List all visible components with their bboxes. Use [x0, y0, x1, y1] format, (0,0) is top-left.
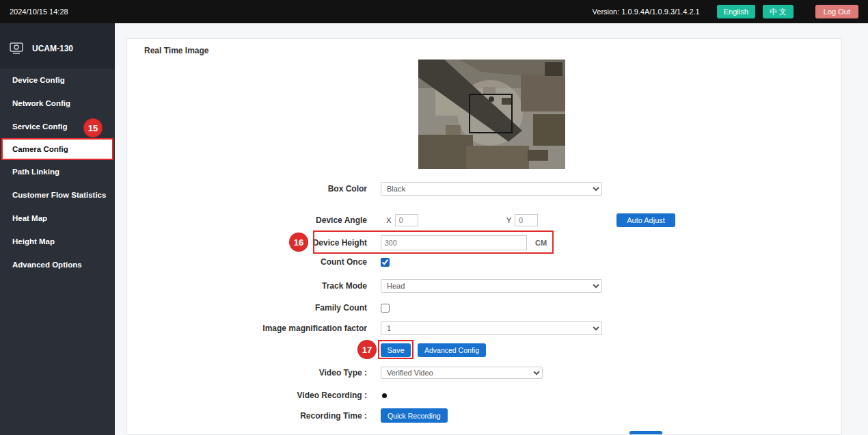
- device-height-label: Device Height: [141, 238, 367, 248]
- track-mode-label: Track Mode: [141, 281, 367, 291]
- sidebar-menu: Device Config Network Config Service Con…: [0, 68, 115, 276]
- camera-preview-image: [418, 60, 565, 169]
- family-count-row: Family Count: [141, 302, 390, 313]
- webcam-icon: [10, 42, 26, 54]
- family-count-checkbox[interactable]: [381, 304, 390, 313]
- page-title: Real Time Image: [144, 46, 209, 55]
- device-header: UCAM-130: [0, 23, 115, 68]
- count-once-checkbox[interactable]: [381, 258, 390, 267]
- recording-time-label: Recording Time :: [141, 411, 367, 421]
- save-button[interactable]: Save: [381, 343, 411, 357]
- detection-box: [469, 94, 513, 133]
- sidebar-item-height-map[interactable]: Height Map: [0, 230, 115, 253]
- video-type-label: Video Type :: [141, 368, 367, 378]
- angle-x-input[interactable]: [395, 214, 418, 226]
- device-name: UCAM-130: [32, 44, 73, 53]
- angle-y-input[interactable]: [515, 214, 538, 226]
- track-mode-row: Track Mode Head: [141, 279, 602, 293]
- chinese-language-button[interactable]: 中 文: [763, 5, 794, 18]
- video-type-select[interactable]: Verified Video: [381, 367, 543, 379]
- count-once-label: Count Once: [141, 257, 367, 267]
- sidebar-item-heat-map[interactable]: Heat Map: [0, 207, 115, 230]
- recording-status-dot: [382, 393, 387, 398]
- count-once-row: Count Once: [141, 256, 390, 267]
- topbar-right: Version: 1.0.9.4A/1.0.9.3/1.4.2.1 Englis…: [593, 5, 858, 18]
- sidebar-item-service-config[interactable]: Service Config: [0, 115, 115, 138]
- device-height-input[interactable]: [381, 235, 527, 250]
- english-language-button[interactable]: English: [717, 5, 755, 18]
- angle-y-label: Y: [506, 216, 512, 224]
- angle-x-label: X: [386, 216, 392, 224]
- video-recording-row: Video Recording :: [141, 391, 387, 400]
- track-mode-select[interactable]: Head: [381, 279, 602, 293]
- box-color-select[interactable]: Black: [381, 182, 602, 196]
- device-angle-row: Device Angle X Y Auto Adjust: [141, 213, 538, 227]
- video-type-row: Video Type : Verified Video: [141, 367, 543, 379]
- save-row: Save Advanced Config: [141, 343, 486, 357]
- sidebar-item-camera-config[interactable]: Camera Config: [1, 138, 113, 160]
- device-height-row: Device Height CM: [141, 235, 547, 250]
- recording-time-row: Recording Time : Quick Recording: [141, 408, 448, 423]
- sidebar-item-advanced-options[interactable]: Advanced Options: [0, 253, 115, 276]
- magnification-select[interactable]: 1: [381, 321, 602, 335]
- version-text: Version: 1.0.9.4A/1.0.9.3/1.4.2.1: [593, 8, 700, 16]
- device-height-unit: CM: [535, 239, 547, 247]
- sidebar-item-network-config[interactable]: Network Config: [0, 92, 115, 115]
- advanced-config-button[interactable]: Advanced Config: [418, 343, 486, 357]
- box-color-row: Box Color Black: [141, 182, 602, 196]
- video-recording-label: Video Recording :: [141, 391, 367, 400]
- bottom-cutoff-button[interactable]: [629, 431, 662, 435]
- family-count-label: Family Count: [141, 303, 367, 313]
- content-panel: Real Time Image Box Color Black: [126, 38, 842, 435]
- datetime-text: 2024/10/15 14:28: [10, 8, 68, 16]
- magnification-label: Image magnification factor: [141, 324, 367, 333]
- quick-recording-button[interactable]: Quick Recording: [381, 408, 448, 423]
- box-color-label: Box Color: [141, 184, 367, 194]
- magnification-row: Image magnification factor 1: [141, 321, 602, 335]
- sidebar-item-device-config[interactable]: Device Config: [0, 68, 115, 92]
- sidebar-item-path-linking[interactable]: Path Linking: [0, 160, 115, 183]
- logout-button[interactable]: Log Out: [815, 5, 858, 18]
- auto-adjust-button[interactable]: Auto Adjust: [616, 213, 675, 227]
- device-angle-label: Device Angle: [141, 215, 367, 225]
- sidebar-item-customer-flow-statistics[interactable]: Customer Flow Statistics: [0, 183, 115, 207]
- sidebar: UCAM-130 Device Config Network Config Se…: [0, 23, 115, 435]
- topbar: 2024/10/15 14:28 Version: 1.0.9.4A/1.0.9…: [0, 0, 868, 23]
